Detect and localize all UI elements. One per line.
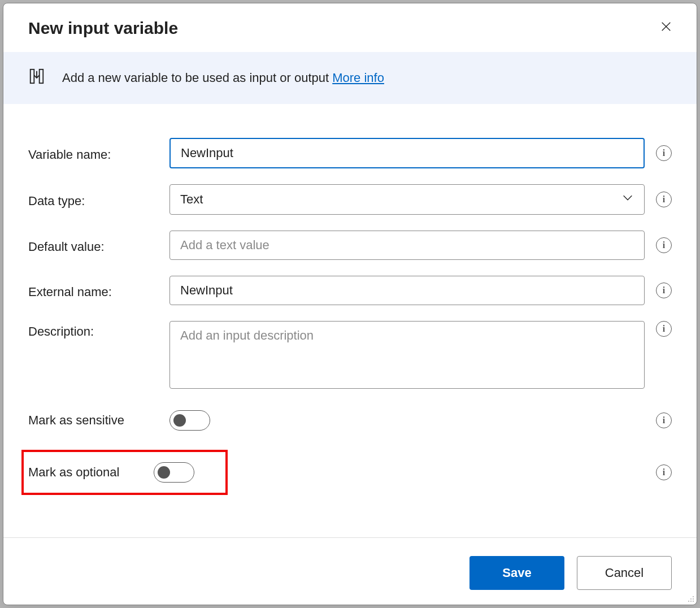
mark-sensitive-row: Mark as sensitive i bbox=[28, 410, 672, 431]
toggle-knob bbox=[173, 414, 186, 427]
mark-sensitive-label: Mark as sensitive bbox=[28, 413, 158, 428]
chevron-down-icon bbox=[621, 192, 634, 207]
info-icon[interactable]: i bbox=[656, 145, 672, 161]
close-button[interactable] bbox=[656, 18, 676, 38]
close-icon bbox=[660, 20, 672, 36]
save-button[interactable]: Save bbox=[469, 556, 564, 590]
external-name-label: External name: bbox=[28, 281, 158, 299]
external-name-row: External name: i bbox=[28, 276, 672, 305]
svg-rect-2 bbox=[31, 70, 34, 83]
svg-point-8 bbox=[688, 601, 689, 602]
data-type-value: Text bbox=[180, 192, 203, 207]
dialog-footer: Save Cancel bbox=[3, 537, 697, 605]
svg-point-7 bbox=[693, 598, 694, 600]
toggle-knob bbox=[158, 466, 170, 479]
svg-point-9 bbox=[690, 601, 692, 602]
new-input-variable-dialog: New input variable Add a new variable to… bbox=[3, 3, 697, 605]
info-icon[interactable]: i bbox=[656, 412, 672, 428]
variable-name-label: Variable name: bbox=[28, 144, 158, 162]
svg-point-5 bbox=[693, 596, 694, 597]
info-icon[interactable]: i bbox=[656, 192, 672, 207]
dialog-header: New input variable bbox=[3, 3, 697, 52]
data-type-row: Data type: Text i bbox=[28, 184, 672, 215]
mark-optional-toggle[interactable] bbox=[154, 462, 194, 483]
description-label: Description: bbox=[28, 321, 158, 339]
variable-name-input[interactable] bbox=[169, 138, 645, 168]
mark-optional-highlight: Mark as optional bbox=[21, 450, 228, 495]
data-type-label: Data type: bbox=[28, 190, 158, 209]
default-value-input[interactable] bbox=[169, 231, 645, 260]
mark-optional-row: Mark as optional i bbox=[28, 450, 672, 495]
external-name-input[interactable] bbox=[169, 276, 645, 305]
mark-sensitive-toggle[interactable] bbox=[169, 410, 210, 431]
default-value-row: Default value: i bbox=[28, 231, 672, 260]
data-type-select[interactable]: Text bbox=[169, 184, 645, 215]
svg-point-10 bbox=[693, 601, 694, 602]
description-row: Description: i bbox=[28, 321, 672, 391]
form-area: Variable name: i Data type: Text i Defau… bbox=[3, 104, 697, 537]
resize-grip-icon[interactable] bbox=[686, 594, 694, 602]
more-info-link[interactable]: More info bbox=[332, 71, 384, 85]
info-icon[interactable]: i bbox=[656, 237, 672, 253]
cancel-button[interactable]: Cancel bbox=[577, 556, 672, 590]
svg-point-6 bbox=[690, 598, 692, 600]
info-icon[interactable]: i bbox=[656, 321, 672, 337]
variable-name-row: Variable name: i bbox=[28, 138, 672, 168]
info-banner: Add a new variable to be used as input o… bbox=[3, 52, 697, 104]
description-input[interactable] bbox=[169, 321, 645, 389]
default-value-label: Default value: bbox=[28, 236, 158, 254]
banner-text: Add a new variable to be used as input o… bbox=[62, 71, 672, 85]
input-variable-icon bbox=[28, 68, 45, 88]
svg-rect-3 bbox=[40, 70, 44, 83]
mark-optional-label: Mark as optional bbox=[28, 465, 154, 480]
dialog-title: New input variable bbox=[28, 19, 178, 38]
info-icon[interactable]: i bbox=[656, 283, 672, 298]
info-icon[interactable]: i bbox=[656, 464, 672, 480]
